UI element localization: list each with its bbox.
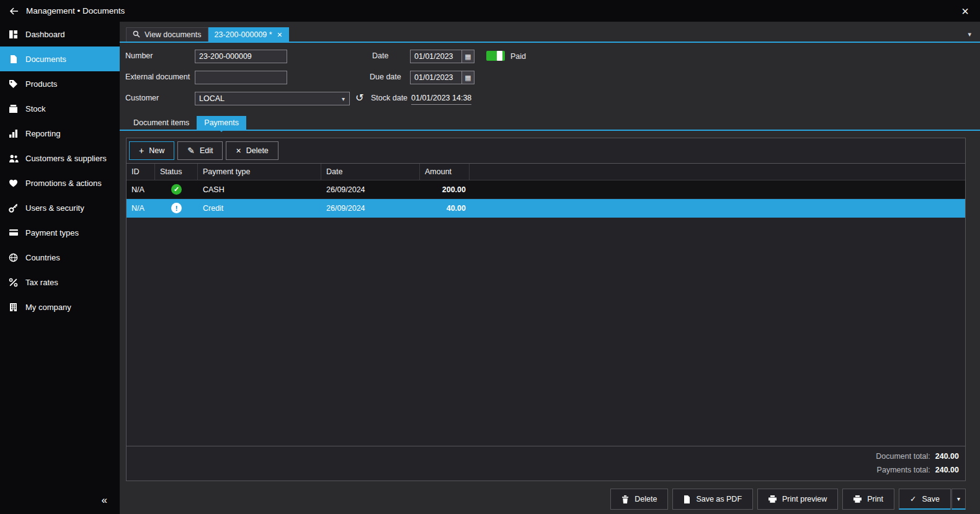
- cell-payment-type: Credit: [198, 199, 321, 217]
- detail-tab-strip: Document items Payments: [120, 116, 980, 131]
- payments-panel: + New ✎ Edit × Delete ID Status Paym: [126, 138, 966, 481]
- refresh-icon[interactable]: ↺: [355, 93, 363, 103]
- sidebar-collapse-icon[interactable]: «: [0, 490, 120, 514]
- sidebar-item-my-company[interactable]: My company: [0, 295, 120, 319]
- delete-payment-button[interactable]: × Delete: [226, 141, 278, 160]
- column-header-status[interactable]: Status: [155, 164, 198, 180]
- edit-payment-button[interactable]: ✎ Edit: [177, 141, 223, 160]
- sidebar-item-tax-rates[interactable]: Tax rates: [0, 270, 120, 295]
- sidebar-item-label: Customers & suppliers: [25, 154, 107, 163]
- cell-status: !: [155, 199, 198, 217]
- tab-label: View documents: [145, 30, 202, 39]
- paid-toggle[interactable]: [486, 51, 505, 61]
- building-icon: [8, 303, 19, 312]
- paid-label: Paid: [510, 52, 526, 61]
- tab-label: 23-200-000009 *: [215, 30, 272, 39]
- tab-close-icon[interactable]: ×: [277, 30, 283, 39]
- cell-filler: [470, 180, 965, 198]
- column-header-date[interactable]: Date: [321, 164, 420, 180]
- due-date-value: 01/01/2023: [414, 73, 461, 82]
- trash-icon: [621, 495, 629, 503]
- column-header-id[interactable]: ID: [127, 164, 155, 180]
- due-date-label: Due date: [370, 73, 401, 81]
- document-action-bar: Delete Save as PDF Print preview Print ✓: [126, 489, 966, 510]
- sidebar-item-customers-suppliers[interactable]: Customers & suppliers: [0, 146, 120, 171]
- date-input[interactable]: 01/01/2023 ▦: [410, 50, 474, 63]
- tab-document-23-200-000009[interactable]: 23-200-000009 * ×: [208, 27, 289, 42]
- customer-select[interactable]: LOCAL ▾: [195, 92, 350, 105]
- button-label: Edit: [200, 146, 213, 155]
- sidebar-item-label: Reporting: [25, 129, 60, 138]
- save-split-button: ✓ Save ▾: [899, 489, 966, 510]
- people-icon: [8, 154, 19, 163]
- cell-filler: [470, 199, 965, 217]
- pdf-document-icon: [684, 495, 690, 503]
- button-label: Save as PDF: [696, 495, 742, 503]
- due-date-input[interactable]: 01/01/2023 ▦: [410, 71, 474, 84]
- payment-row[interactable]: N/A ✓ CASH 26/09/2024 200.00: [127, 180, 965, 199]
- sidebar-item-payment-types[interactable]: Payment types: [0, 220, 120, 245]
- document-total-value: 240.00: [935, 452, 959, 461]
- window-close-icon[interactable]: ×: [959, 5, 971, 17]
- cell-date: 26/09/2024: [321, 180, 420, 198]
- date-value: 01/01/2023: [414, 52, 461, 61]
- payments-total-line: Payments total: 240.00: [877, 466, 959, 474]
- sidebar-item-dashboard[interactable]: Dashboard: [0, 22, 120, 47]
- sidebar-item-stock[interactable]: Stock: [0, 96, 120, 121]
- new-payment-button[interactable]: + New: [129, 141, 174, 160]
- delete-document-button[interactable]: Delete: [610, 489, 668, 510]
- stock-date-value: 01/01/2023 14:38: [411, 94, 471, 105]
- document-tab-strip: View documents 23-200-000009 * × ▾: [120, 27, 980, 43]
- sidebar-item-countries[interactable]: Countries: [0, 245, 120, 270]
- heart-icon: [8, 179, 19, 187]
- customer-value: LOCAL: [199, 94, 342, 103]
- x-icon: ×: [236, 146, 241, 155]
- cell-id: N/A: [127, 199, 155, 217]
- chevron-down-icon: ▾: [957, 495, 960, 502]
- save-button[interactable]: ✓ Save: [899, 489, 951, 510]
- tab-document-items[interactable]: Document items: [126, 116, 197, 130]
- key-icon: [8, 203, 19, 213]
- button-label: Print preview: [782, 495, 827, 503]
- column-header-filler: [470, 164, 965, 180]
- tab-list-chevron-down-icon[interactable]: ▾: [968, 30, 971, 38]
- print-preview-icon: [768, 495, 777, 503]
- button-label: Save: [922, 495, 940, 503]
- sidebar-item-products[interactable]: Products: [0, 71, 120, 96]
- print-button[interactable]: Print: [842, 489, 894, 510]
- sidebar-item-label: Products: [25, 79, 57, 89]
- sidebar-item-label: Promotions & actions: [25, 179, 102, 188]
- chevron-down-icon: ▾: [342, 95, 349, 102]
- button-label: Delete: [635, 495, 657, 503]
- column-header-amount[interactable]: Amount: [420, 164, 470, 180]
- subtab-label: Document items: [133, 118, 189, 127]
- sidebar-item-promotions[interactable]: Promotions & actions: [0, 171, 120, 195]
- sidebar-item-users-security[interactable]: Users & security: [0, 195, 120, 220]
- payments-table-header: ID Status Payment type Date Amount: [127, 164, 965, 180]
- calendar-icon[interactable]: ▦: [461, 71, 474, 84]
- subtab-label: Payments: [204, 118, 239, 127]
- sidebar-item-documents[interactable]: Documents: [0, 47, 120, 71]
- external-document-input[interactable]: [195, 71, 287, 84]
- column-header-payment-type[interactable]: Payment type: [198, 164, 321, 180]
- tab-payments[interactable]: Payments: [197, 116, 246, 130]
- cell-id: N/A: [127, 180, 155, 198]
- tag-icon: [8, 79, 19, 89]
- save-as-pdf-button[interactable]: Save as PDF: [672, 489, 753, 510]
- globe-icon: [8, 253, 19, 262]
- payments-total-value: 240.00: [935, 466, 959, 474]
- payment-row-selected[interactable]: N/A ! Credit 26/09/2024 40.00: [127, 199, 965, 218]
- sidebar-item-reporting[interactable]: Reporting: [0, 121, 120, 146]
- save-options-chevron-button[interactable]: ▾: [951, 489, 966, 510]
- sidebar-item-label: Tax rates: [25, 278, 58, 287]
- tab-view-documents[interactable]: View documents: [126, 27, 208, 42]
- dashboard-icon: [8, 30, 19, 39]
- calendar-icon[interactable]: ▦: [461, 50, 474, 63]
- menu-icon[interactable]: [9, 7, 19, 16]
- sidebar-item-label: Dashboard: [25, 30, 65, 39]
- pencil-icon: ✎: [187, 146, 195, 155]
- print-preview-button[interactable]: Print preview: [757, 489, 838, 510]
- documents-icon: [8, 55, 19, 64]
- status-paid-icon: ✓: [171, 184, 182, 195]
- number-input[interactable]: [195, 50, 287, 63]
